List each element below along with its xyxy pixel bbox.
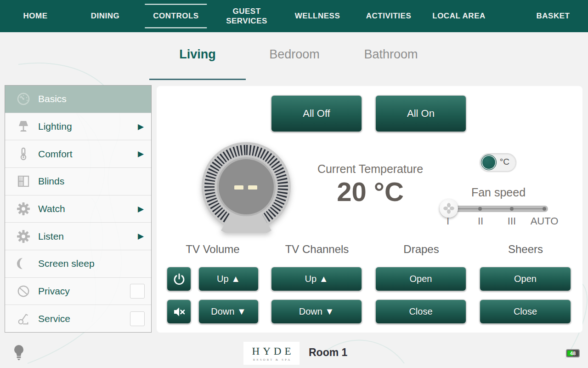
fan-stop-label-auto[interactable]: AUTO (531, 215, 559, 227)
chevron-right-icon: ▶ (138, 149, 144, 159)
sidebar-item-lighting[interactable]: Lighting ▶ (5, 113, 151, 141)
fan-stop-label-1[interactable]: I (447, 215, 449, 227)
sheers-close-button[interactable]: Close (480, 299, 571, 324)
tv-power-button[interactable] (167, 267, 191, 291)
vacuum-icon (15, 310, 32, 327)
blinds-icon (15, 173, 32, 190)
footer: HYDE RESORT & SPA Room 1 48 (0, 333, 588, 368)
fan-icon (443, 202, 455, 214)
sidebar-item-label: Blinds (38, 176, 64, 187)
sidebar-item-screen-sleep[interactable]: Screen sleep (5, 250, 151, 278)
sidebar-item-label: Privacy (38, 286, 70, 297)
sidebar-item-label: Watch (38, 203, 65, 214)
brand-tagline: RESORT & SPA (253, 358, 291, 362)
drapes-open-button[interactable]: Open (375, 267, 466, 291)
gauge-icon (15, 91, 32, 107)
all-on-button[interactable]: All On (375, 95, 466, 132)
fan-speed-slider-knob[interactable] (440, 199, 458, 218)
mute-icon (172, 305, 186, 319)
lightbulb-icon[interactable] (12, 344, 25, 362)
sidebar-item-basics[interactable]: Basics (5, 86, 151, 113)
thermometer-icon (15, 146, 32, 162)
sidebar-item-label: Comfort (38, 149, 73, 160)
nav-item-guest-services[interactable]: GUEST SERVICES (219, 6, 274, 26)
lamp-icon (15, 118, 32, 135)
nav-item-wellness[interactable]: WELLNESS (295, 11, 340, 21)
tab-bedroom[interactable]: Bedroom (269, 47, 320, 62)
brand-name: HYDE (252, 345, 294, 357)
fan-speed-label: Fan speed (471, 186, 526, 199)
tv-channel-up-button[interactable]: Up ▲ (271, 267, 362, 291)
chevron-right-icon: ▶ (138, 122, 144, 132)
sidebar-item-label: Lighting (38, 121, 72, 132)
tab-bathroom[interactable]: Bathroom (364, 47, 418, 62)
tv-mute-button[interactable] (167, 299, 191, 324)
nav-item-home[interactable]: HOME (23, 11, 48, 21)
sheers-open-button[interactable]: Open (480, 267, 571, 291)
moon-icon (15, 255, 32, 272)
sidebar-item-label: Listen (38, 231, 64, 242)
section-title-tv-channels: TV Channels (285, 243, 349, 256)
fan-stop-dot[interactable] (510, 207, 514, 211)
tab-living[interactable]: Living (179, 47, 216, 62)
drapes-close-button[interactable]: Close (375, 299, 466, 324)
sidebar-item-service[interactable]: Service (5, 305, 151, 332)
sidebar-item-label: Service (38, 313, 70, 324)
nav-item-dining[interactable]: DINING (91, 11, 120, 21)
chevron-right-icon: ▶ (138, 204, 144, 214)
nav-item-controls[interactable]: CONTROLS (145, 4, 207, 28)
power-icon (173, 273, 186, 286)
toggle-knob[interactable] (481, 155, 497, 170)
sidebar-item-comfort[interactable]: Comfort ▶ (5, 140, 151, 168)
active-tab-underline (149, 79, 246, 80)
room-tabs: Living Bedroom Bathroom (0, 32, 588, 85)
current-temperature-value: 20 °C (337, 176, 404, 207)
section-title-tv-volume: TV Volume (186, 243, 239, 256)
room-label: Room 1 (309, 346, 347, 359)
hyde-logo: HYDE RESORT & SPA (243, 342, 300, 365)
tv-volume-up-button[interactable]: Up ▲ (198, 267, 259, 291)
gear-icon (15, 228, 32, 245)
nav-item-activities[interactable]: ACTIVITIES (366, 11, 412, 21)
sidebar-item-privacy[interactable]: Privacy (5, 278, 151, 305)
battery-percent: 48 (567, 350, 579, 356)
section-title-sheers: Sheers (508, 243, 543, 256)
temperature-unit-toggle[interactable]: °C (480, 153, 516, 172)
controls-sidebar: Basics Lighting ▶ Comfort ▶ Blinds Watch… (5, 85, 152, 333)
basics-control-panel: All Off All On Current Temperature 20 °C… (157, 86, 582, 333)
tv-channel-down-button[interactable]: Down ▼ (271, 299, 362, 324)
fan-stop-label-2[interactable]: II (478, 215, 483, 227)
all-off-button[interactable]: All Off (271, 95, 362, 132)
gear-icon (15, 201, 32, 217)
unit-label: °C (500, 157, 509, 167)
fan-speed-slider-rail (449, 208, 545, 209)
sidebar-item-listen[interactable]: Listen ▶ (5, 223, 151, 250)
sidebar-item-label: Basics (38, 93, 67, 104)
sidebar-item-watch[interactable]: Watch ▶ (5, 196, 151, 223)
nav-item-local-area[interactable]: LOCAL AREA (432, 11, 486, 21)
chevron-right-icon: ▶ (138, 231, 144, 241)
section-title-drapes: Drapes (403, 243, 439, 256)
nav-item-basket[interactable]: BASKET (537, 11, 570, 21)
no-entry-icon (15, 283, 32, 299)
fan-stop-dot[interactable] (478, 207, 482, 211)
battery-indicator: 48 (566, 349, 580, 357)
tv-volume-down-button[interactable]: Down ▼ (198, 299, 259, 324)
fan-stop-label-3[interactable]: III (508, 215, 516, 227)
current-temperature-label: Current Temperature (317, 162, 423, 176)
thermostat-dial[interactable] (200, 141, 292, 233)
privacy-checkbox[interactable] (130, 284, 145, 299)
fan-stop-dot[interactable] (543, 207, 546, 211)
sidebar-item-blinds[interactable]: Blinds (5, 168, 151, 196)
service-checkbox[interactable] (130, 311, 145, 326)
sidebar-item-label: Screen sleep (38, 258, 95, 269)
top-navigation: HOME DINING CONTROLS GUEST SERVICES WELL… (0, 0, 588, 32)
